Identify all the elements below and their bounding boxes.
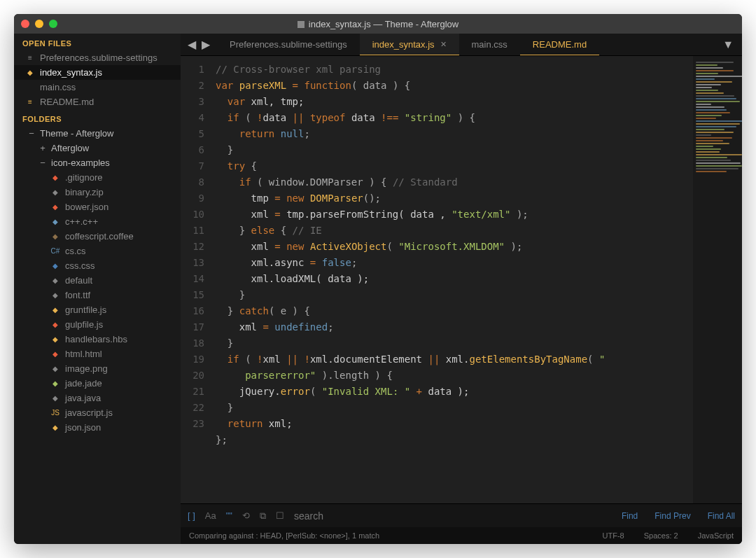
status-language[interactable]: JavaScript (698, 531, 734, 540)
tab-history-nav: ◀ ▶ (181, 34, 217, 55)
subfolder-afterglow[interactable]: +Afterglow (14, 141, 181, 155)
wrap-toggle-icon[interactable]: ⟲ (242, 510, 250, 521)
file-tree-item[interactable]: ◆font.ttf (14, 288, 181, 302)
editor-window: index_syntax.js — Theme - Afterglow Open… (14, 14, 742, 544)
filetype-icon: ◆ (50, 261, 60, 271)
filetype-icon: ◆ (50, 393, 60, 403)
titlebar[interactable]: index_syntax.js — Theme - Afterglow (14, 14, 742, 34)
regex-toggle-icon[interactable]: [ ] (188, 510, 195, 521)
file-tree-item[interactable]: ◆css.css (14, 258, 181, 273)
file-label: handlebars.hbs (65, 334, 127, 344)
file-tree-item[interactable]: ◆html.html (14, 347, 181, 361)
whole-word-toggle-icon[interactable]: "" (226, 510, 232, 521)
tab-overflow-button[interactable]: ▼ (714, 34, 742, 55)
file-label: bower.json (65, 202, 108, 212)
status-bar: Comparing against : HEAD, [PerlSub: <non… (181, 527, 742, 544)
filetype-icon: ◆ (50, 379, 60, 389)
file-tree-item[interactable]: ◆jade.jade (14, 376, 181, 391)
zoom-window-button[interactable] (49, 20, 57, 28)
close-window-button[interactable] (21, 20, 29, 28)
tab[interactable]: README.md (520, 34, 599, 55)
find-prev-button[interactable]: Find Prev (654, 511, 690, 521)
file-tree-item[interactable]: ◆handlebars.hbs (14, 332, 181, 347)
status-encoding[interactable]: UTF-8 (603, 531, 624, 540)
file-label: html.html (65, 349, 102, 359)
tab-forward-button[interactable]: ▶ (202, 38, 210, 51)
file-label: gulpfile.js (65, 319, 103, 330)
file-label: index_syntax.js (40, 67, 102, 78)
case-sensitive-toggle-icon[interactable]: Aa (205, 510, 216, 521)
search-input[interactable] (294, 510, 612, 522)
traffic-lights (21, 20, 57, 28)
file-tree-item[interactable]: ◆default (14, 273, 181, 288)
file-tree-item[interactable]: ◆gruntfile.js (14, 302, 181, 317)
file-tree-item[interactable]: ◆json.json (14, 420, 181, 435)
in-selection-toggle-icon[interactable]: ⧉ (260, 510, 266, 522)
file-icon: ≡ (25, 97, 35, 107)
status-left: Comparing against : HEAD, [PerlSub: <non… (189, 531, 379, 540)
filetype-icon: ◆ (50, 349, 60, 359)
file-label: java.java (65, 393, 101, 403)
sidebar: Open Files ≡Preferences.sublime-settings… (14, 34, 181, 544)
file-label: coffescript.coffee (65, 231, 134, 242)
filetype-icon: ◆ (50, 217, 60, 227)
find-all-button[interactable]: Find All (708, 511, 735, 521)
document-icon (298, 21, 304, 28)
subfolder-icon-examples[interactable]: −icon-examples (14, 155, 181, 170)
file-label: README.md (40, 97, 94, 107)
file-tree-item[interactable]: ◆java.java (14, 391, 181, 405)
tab[interactable]: main.css (459, 34, 520, 55)
find-button[interactable]: Find (622, 511, 638, 521)
file-tree-item[interactable]: C#cs.cs (14, 244, 181, 258)
file-icon: ≡ (25, 53, 35, 63)
filetype-icon: ◆ (50, 423, 60, 433)
expand-icon: + (39, 143, 46, 153)
tab-label: main.css (472, 39, 507, 50)
code-area[interactable]: // Cross-browser xml parsingvar parseXML… (211, 56, 693, 503)
editor: 1234567891011121314151617181920212223 //… (181, 56, 742, 503)
filetype-icon: ◆ (50, 232, 60, 242)
close-tab-icon[interactable]: ✕ (440, 40, 447, 49)
file-label: c++.c++ (65, 216, 98, 227)
file-tree-item[interactable]: ◆.gitignore (14, 170, 181, 185)
file-label: font.ttf (65, 290, 90, 300)
file-tree-item[interactable]: ◆bower.json (14, 200, 181, 214)
tab-label: README.md (533, 39, 587, 50)
open-file-item[interactable]: main.css (14, 80, 181, 95)
file-label: json.json (65, 422, 101, 433)
open-files-header: Open Files (14, 34, 181, 50)
collapse-icon: − (28, 128, 35, 139)
file-icon: ◆ (25, 68, 35, 78)
folders-header: Folders (14, 109, 181, 126)
tab-label: Preferences.sublime-settings (230, 39, 347, 50)
open-file-item[interactable]: ◆index_syntax.js (14, 65, 181, 80)
file-label: css.css (65, 260, 95, 271)
filetype-icon: C# (50, 246, 60, 256)
file-tree-item[interactable]: ◆image.png (14, 361, 181, 376)
file-label: cs.cs (65, 246, 86, 256)
file-tree-item[interactable]: ◆coffescript.coffee (14, 229, 181, 244)
project-folder[interactable]: −Theme - Afterglow (14, 126, 181, 141)
status-spaces[interactable]: Spaces: 2 (644, 531, 678, 540)
collapse-icon: − (39, 158, 46, 168)
search-bar: [ ] Aa "" ⟲ ⧉ ☐ Find Find Prev Find All (181, 503, 742, 527)
tab-back-button[interactable]: ◀ (188, 38, 196, 51)
open-file-item[interactable]: ≡Preferences.sublime-settings (14, 50, 181, 65)
line-gutter: 1234567891011121314151617181920212223 (181, 56, 211, 503)
tab[interactable]: index_syntax.js✕ (360, 34, 459, 55)
filetype-icon: ◆ (50, 173, 60, 183)
file-tree-item[interactable]: JSjavascript.js (14, 405, 181, 420)
highlight-toggle-icon[interactable]: ☐ (276, 510, 284, 521)
file-tree-item[interactable]: ◆binary.zip (14, 185, 181, 200)
open-file-item[interactable]: ≡README.md (14, 95, 181, 109)
file-tree-item[interactable]: ◆c++.c++ (14, 214, 181, 229)
filetype-icon: JS (50, 408, 60, 418)
file-tree-item[interactable]: ◆gulpfile.js (14, 317, 181, 332)
file-label: jade.jade (65, 378, 102, 389)
filetype-icon: ◆ (50, 202, 60, 212)
filetype-icon: ◆ (50, 320, 60, 330)
minimap[interactable] (693, 56, 742, 503)
tab[interactable]: Preferences.sublime-settings (217, 34, 360, 55)
minimize-window-button[interactable] (35, 20, 43, 28)
filetype-icon: ◆ (50, 291, 60, 300)
